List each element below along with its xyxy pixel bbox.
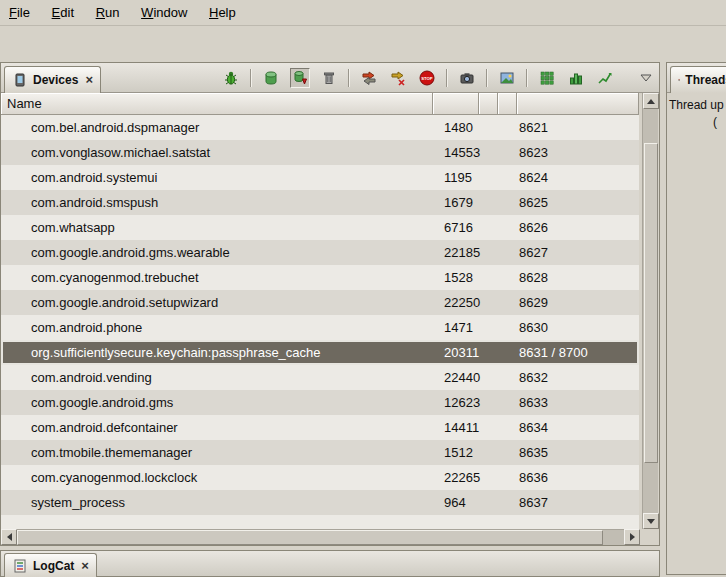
table-row[interactable]: com.bel.android.dspmanager14808621 (1, 115, 639, 140)
table-row[interactable]: com.google.android.setupwizard222508629 (1, 290, 639, 315)
tab-logcat[interactable]: LogCat × (4, 553, 97, 577)
update-threads-button[interactable] (359, 68, 379, 88)
table-row[interactable]: system_process9648637 (1, 490, 639, 515)
process-name: com.bel.android.dspmanager (31, 115, 199, 140)
process-pid: 22185 (444, 240, 480, 265)
process-pid: 14553 (444, 140, 480, 165)
process-pid: 22440 (444, 365, 480, 390)
table-row[interactable]: com.tmobile.thememanager15128635 (1, 440, 639, 465)
process-port: 8627 (519, 240, 548, 265)
table-row[interactable]: org.sufficientlysecure.keychain:passphra… (1, 340, 639, 365)
start-method-profiling-button[interactable] (566, 68, 586, 88)
process-name: com.whatsapp (31, 215, 115, 240)
table-row[interactable]: com.android.vending224408632 (1, 365, 639, 390)
column-header-pid[interactable] (433, 93, 479, 115)
menu-file[interactable]: File (0, 0, 39, 24)
threads-message-line1: Thread up (669, 97, 724, 114)
tab-devices[interactable]: Devices × (4, 66, 101, 93)
devices-tabbar: Devices × (1, 63, 659, 93)
arrow-right-icon (630, 533, 635, 541)
stop-process-button[interactable]: STOP (417, 68, 437, 88)
table-row[interactable]: com.whatsapp67168626 (1, 215, 639, 240)
table-row[interactable]: com.google.android.gms.wearable221858627 (1, 240, 639, 265)
trace-chart-icon (597, 70, 613, 86)
devices-toolbar: STOP (221, 66, 712, 90)
threads-icon (678, 72, 680, 88)
process-pid: 1512 (444, 440, 473, 465)
horizontal-scrollbar-thumb[interactable] (17, 530, 603, 545)
update-heap-button[interactable] (261, 68, 281, 88)
process-port: 8637 (519, 490, 548, 515)
dropdown-triangle-icon (638, 70, 654, 86)
menu-bar: File Edit Run Window Help (0, 0, 726, 26)
process-name: com.tmobile.thememanager (31, 440, 192, 465)
table-row[interactable]: com.android.systemui11958624 (1, 165, 639, 190)
toolbar-separator (526, 69, 528, 87)
process-port: 8631 / 8700 (519, 340, 588, 365)
column-header-label: Name (7, 96, 42, 111)
logcat-panel: LogCat × (0, 550, 660, 577)
scroll-right-button[interactable] (624, 529, 640, 545)
dump-threads-button[interactable] (388, 68, 408, 88)
process-port: 8626 (519, 215, 548, 240)
threads-message-line2: ( (669, 114, 724, 131)
process-pid: 964 (444, 490, 466, 515)
table-row[interactable]: com.android.smspush16798625 (1, 190, 639, 215)
process-name: com.android.vending (31, 365, 152, 390)
menu-help[interactable]: Help (200, 0, 245, 24)
screen-record-button[interactable] (497, 68, 517, 88)
scroll-left-button[interactable] (1, 529, 17, 545)
screen-capture-button[interactable] (457, 68, 477, 88)
process-name: com.android.systemui (31, 165, 157, 190)
debug-icon (223, 70, 239, 86)
process-pid: 1195 (444, 165, 472, 190)
column-header-name[interactable]: Name (1, 93, 433, 115)
menu-run[interactable]: Run (87, 0, 129, 24)
svg-text:STOP: STOP (421, 76, 433, 81)
process-pid: 12623 (444, 390, 480, 415)
cause-gc-button[interactable] (319, 68, 339, 88)
process-name: com.cyanogenmod.trebuchet (31, 265, 199, 290)
process-pid: 22250 (444, 290, 480, 315)
table-row[interactable]: com.cyanogenmod.trebuchet15288628 (1, 265, 639, 290)
column-header-port[interactable] (517, 93, 639, 115)
close-icon[interactable]: × (85, 75, 93, 85)
tab-threads[interactable]: Threads (670, 66, 726, 93)
vertical-scrollbar-thumb[interactable] (644, 143, 658, 463)
logcat-icon (12, 558, 28, 574)
scroll-up-button[interactable] (643, 93, 659, 109)
horizontal-scrollbar[interactable] (1, 529, 640, 545)
process-name: system_process (31, 490, 125, 515)
table-row[interactable]: com.android.phone14718630 (1, 315, 639, 340)
debug-process-button[interactable] (221, 68, 241, 88)
table-row[interactable]: com.google.android.gms126238633 (1, 390, 639, 415)
menu-window[interactable]: Window (132, 0, 196, 24)
dump-threads-icon (390, 70, 406, 86)
capture-systrace-button[interactable] (537, 68, 557, 88)
process-name: com.android.smspush (31, 190, 158, 215)
device-process-rows: com.bel.android.dspmanager14808621com.vo… (1, 115, 639, 529)
tab-label: Devices (33, 73, 78, 87)
table-row[interactable]: com.vonglasow.michael.satstat145538623 (1, 140, 639, 165)
toolbar-separator (250, 69, 252, 87)
close-icon[interactable]: × (81, 561, 89, 571)
vertical-scrollbar[interactable] (642, 93, 658, 529)
scroll-down-button[interactable] (643, 513, 659, 529)
process-port: 8636 (519, 465, 548, 490)
main-toolbar (0, 27, 726, 60)
opengl-trace-button[interactable] (595, 68, 615, 88)
process-port: 8633 (519, 390, 548, 415)
process-pid: 1471 (444, 315, 473, 340)
dump-hprof-button[interactable] (290, 68, 310, 88)
systrace-grid-icon (539, 70, 555, 86)
view-menu-icon[interactable] (636, 68, 656, 88)
profiling-bars-icon (568, 70, 584, 86)
table-row[interactable]: com.android.defcontainer144118634 (1, 415, 639, 440)
column-header-blank-1[interactable] (479, 93, 498, 115)
process-pid: 1528 (444, 265, 473, 290)
menu-edit[interactable]: Edit (43, 0, 83, 24)
column-header-blank-2[interactable] (498, 93, 517, 115)
process-port: 8635 (519, 440, 548, 465)
process-port: 8632 (519, 365, 548, 390)
table-row[interactable]: com.cyanogenmod.lockclock222658636 (1, 465, 639, 490)
